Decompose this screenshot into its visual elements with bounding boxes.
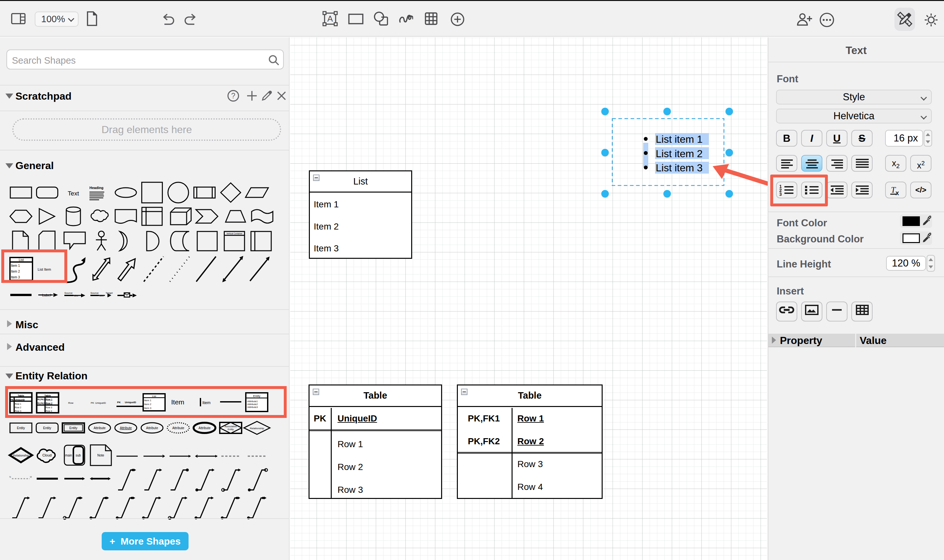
svg-text:x: x [895,189,899,197]
svg-text:Note: Note [97,454,104,457]
svg-text:Attribute: Attribute [199,426,211,430]
svg-text:Entity: Entity [17,426,25,430]
svg-text:Text: Text [68,190,79,197]
svg-text:Attribute: Attribute [94,426,106,430]
svg-text:Associative: Associative [225,425,237,428]
svg-text:Vertical Container: Vertical Container [227,232,242,235]
svg-text:Entity: Entity [69,426,77,430]
svg-text:Attribute: Attribute [172,426,184,430]
svg-text:sub: sub [76,454,81,457]
svg-text:Entity: Entity [43,426,51,430]
svg-text:A: A [327,14,333,23]
svg-text:M: M [30,476,32,478]
svg-text:?: ? [231,92,236,100]
svg-text:N: N [9,476,11,478]
svg-text:main: main [65,454,72,457]
svg-text:Relationship: Relationship [250,427,264,430]
svg-text:Relationship: Relationship [13,454,29,457]
svg-text:Label: Label [42,293,51,297]
svg-text:Target: Target [105,292,113,294]
svg-text:Source: Source [90,292,99,294]
svg-text:Attribute: Attribute [120,426,132,430]
svg-text:Attribute: Attribute [146,426,158,430]
svg-text:Heading: Heading [89,186,103,190]
svg-text:Cloud: Cloud [42,453,52,457]
svg-text:Source: Source [64,292,73,294]
svg-text:Entity: Entity [228,428,234,431]
